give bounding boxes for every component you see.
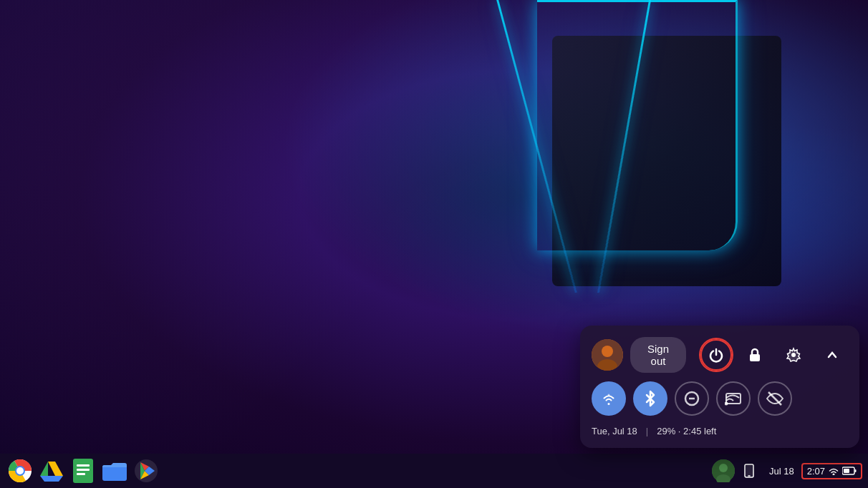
- time-display: 2:07: [807, 466, 825, 477]
- svg-rect-21: [77, 473, 85, 475]
- phone-icon-button[interactable]: [736, 461, 762, 481]
- svg-rect-37: [855, 469, 857, 472]
- taskbar-time-status[interactable]: 2:07: [801, 463, 862, 479]
- taskbar-app-chrome[interactable]: [6, 457, 34, 485]
- battery-label: 29% · 2:45 left: [657, 426, 716, 436]
- accessibility-toggle[interactable]: [758, 381, 792, 416]
- taskbar-app-drive[interactable]: [37, 457, 66, 485]
- wifi-toggle[interactable]: [592, 381, 626, 416]
- svg-point-13: [16, 467, 24, 474]
- svg-point-30: [719, 464, 728, 472]
- desktop: Sign out: [0, 0, 868, 488]
- settings-button[interactable]: [778, 339, 809, 371]
- cast-toggle[interactable]: [716, 381, 751, 416]
- taskbar-right: Jul 18 2:07: [712, 459, 862, 482]
- taskbar-user-avatar[interactable]: [712, 459, 735, 482]
- bluetooth-toggle[interactable]: [633, 381, 667, 416]
- power-button[interactable]: [700, 339, 732, 371]
- svg-rect-22: [102, 465, 127, 481]
- svg-point-9: [725, 403, 728, 405]
- collapse-button[interactable]: [816, 339, 848, 371]
- sign-out-button[interactable]: Sign out: [630, 337, 686, 373]
- separator: |: [646, 426, 648, 436]
- wifi-icon: [828, 467, 839, 475]
- svg-rect-20: [77, 469, 90, 471]
- svg-marker-16: [48, 462, 63, 476]
- date-label: Tue, Jul 18: [592, 426, 637, 436]
- svg-point-5: [608, 394, 610, 396]
- user-avatar[interactable]: [592, 339, 623, 371]
- lock-button[interactable]: [739, 339, 771, 371]
- taskbar-app-play[interactable]: [132, 457, 160, 485]
- quick-toggles-row: [592, 381, 848, 416]
- svg-point-35: [833, 474, 835, 476]
- dnd-toggle[interactable]: [675, 381, 709, 416]
- taskbar-app-sheets[interactable]: [69, 457, 97, 485]
- svg-point-1: [602, 346, 613, 357]
- neon-arch-decoration: [537, 0, 738, 250]
- tray-info-row: Tue, Jul 18 | 29% · 2:45 left: [592, 426, 848, 436]
- system-tray-panel: Sign out: [580, 326, 859, 448]
- battery-icon: [842, 467, 857, 475]
- svg-rect-19: [77, 464, 90, 467]
- taskbar-apps: [6, 457, 160, 485]
- tray-top-row: Sign out: [592, 337, 848, 373]
- svg-rect-38: [844, 469, 849, 473]
- svg-rect-3: [750, 354, 760, 361]
- taskbar-app-files[interactable]: [100, 457, 129, 485]
- svg-marker-17: [40, 476, 63, 482]
- taskbar: Jul 18 2:07: [0, 454, 868, 488]
- svg-marker-15: [40, 462, 48, 476]
- taskbar-date[interactable]: Jul 18: [763, 463, 800, 479]
